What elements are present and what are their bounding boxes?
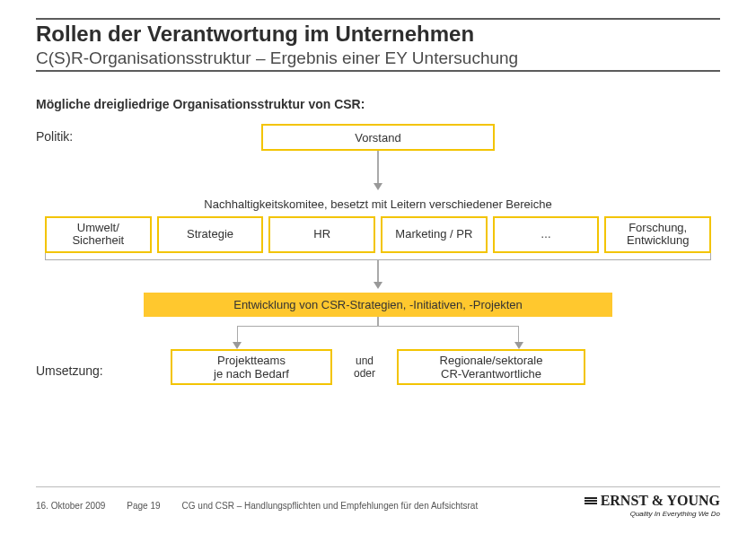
- divider-under-title: [36, 70, 720, 72]
- arrow-down-icon: [374, 183, 382, 190]
- divider-top: [36, 18, 720, 20]
- ey-logo: ERNST & YOUNG Quality In Everything We D…: [585, 493, 720, 518]
- box-ellipsis: …: [493, 216, 600, 253]
- label-umsetzung: Umsetzung:: [36, 363, 103, 378]
- box-strategie: Strategie: [157, 216, 264, 253]
- box-hr: HR: [268, 216, 375, 253]
- text-und-oder: und oder: [347, 355, 382, 380]
- arrow-down-icon-2: [374, 282, 382, 289]
- box-marketing-pr: Marketing / PR: [381, 216, 488, 253]
- connector-stem-2: [377, 260, 379, 282]
- ey-tagline: Quality In Everything We Do: [630, 510, 720, 518]
- footer-page: Page 19: [127, 501, 160, 511]
- box-regionale-verantwortliche: Regionale/sektorale CR-Verantwortliche: [397, 349, 585, 385]
- section-intro: Mögliche dreigliedrige Organisationsstru…: [36, 97, 720, 111]
- committee-row: Umwelt/ Sicherheit Strategie HR Marketin…: [45, 216, 711, 253]
- arrow-down-icon-3: [233, 342, 242, 349]
- box-forschung-entwicklung: Forschung, Entwicklung: [604, 216, 711, 253]
- arrow-down-icon-4: [514, 342, 523, 349]
- connector-stem: [377, 151, 379, 183]
- ey-brand-text: ERNST & YOUNG: [601, 493, 720, 509]
- footer-date: 16. Oktober 2009: [36, 501, 105, 511]
- footer-doc-title: CG und CSR – Handlungspflichten und Empf…: [182, 501, 479, 511]
- box-projektteams: Projektteams je nach Bedarf: [171, 349, 332, 385]
- ey-stripes-icon: [585, 497, 597, 504]
- committee-label: Nachhaltigkeitskomitee, besetzt mit Leit…: [54, 196, 702, 213]
- gold-band: Entwicklung von CSR-Strategien, -Initiat…: [144, 293, 612, 317]
- box-umwelt-sicherheit: Umwelt/ Sicherheit: [45, 216, 152, 253]
- page-subtitle: C(S)R-Organisationsstruktur – Ergebnis e…: [36, 48, 720, 68]
- box-vorstand: Vorstand: [261, 124, 495, 151]
- footer: 16. Oktober 2009 Page 19 CG und CSR – Ha…: [36, 486, 720, 518]
- page-title: Rollen der Verantwortung im Unternehmen: [36, 22, 720, 47]
- label-politik: Politik:: [36, 129, 73, 144]
